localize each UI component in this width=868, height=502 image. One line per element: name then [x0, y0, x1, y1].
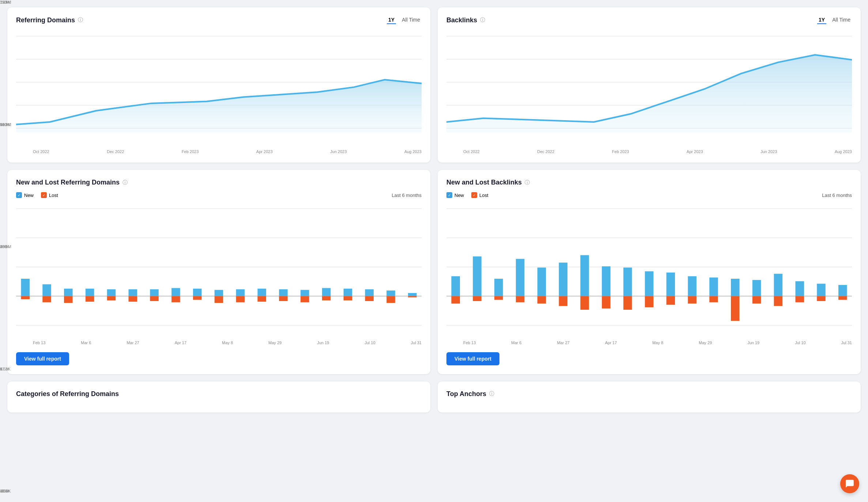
bl-legend-lost-label: Lost [479, 193, 488, 198]
svg-rect-65 [473, 296, 482, 301]
svg-rect-89 [731, 296, 740, 321]
legend-lost-label: Lost [49, 193, 58, 198]
backlinks-toggle-all[interactable]: All Time [831, 16, 852, 24]
svg-rect-75 [580, 296, 589, 310]
legend-new: ✓ New [16, 192, 34, 198]
svg-rect-55 [408, 296, 417, 297]
svg-rect-96 [817, 284, 826, 296]
referring-domains-info-icon: ⓘ [78, 17, 83, 23]
svg-rect-40 [257, 289, 266, 296]
svg-rect-82 [667, 273, 675, 296]
backlinks-toggle-1y[interactable]: 1Y [817, 16, 826, 24]
svg-rect-74 [580, 255, 589, 296]
new-lost-domains-bar-chart [16, 202, 422, 339]
bl-legend-lost: ✓ Lost [471, 192, 488, 198]
svg-rect-42 [279, 289, 288, 296]
new-lost-backlinks-bar-chart [446, 202, 852, 339]
categories-header: Categories of Referring Domains [16, 390, 422, 398]
svg-rect-34 [193, 289, 202, 296]
svg-rect-64 [473, 256, 482, 296]
svg-rect-44 [301, 290, 309, 296]
svg-rect-33 [171, 296, 180, 303]
legend-lost: ✓ Lost [41, 192, 58, 198]
backlinks-chart [446, 30, 852, 148]
svg-rect-98 [838, 285, 847, 296]
new-lost-backlinks-x-labels: Feb 13 Mar 6 Mar 27 Apr 17 May 8 May 29 … [446, 341, 852, 345]
svg-rect-80 [645, 271, 654, 296]
new-lost-backlinks-header: New and Lost Backlinks ⓘ [446, 179, 852, 186]
referring-domains-toggle-1y[interactable]: 1Y [387, 16, 396, 24]
svg-rect-83 [667, 296, 675, 305]
svg-rect-43 [279, 296, 288, 301]
referring-domains-chart [16, 30, 422, 148]
svg-rect-79 [623, 296, 632, 310]
svg-rect-49 [344, 296, 352, 301]
top-anchors-info-icon: ⓘ [489, 391, 494, 397]
svg-rect-20 [42, 284, 51, 296]
svg-rect-77 [602, 296, 611, 309]
svg-rect-94 [795, 281, 804, 296]
svg-rect-72 [559, 263, 567, 296]
svg-rect-46 [322, 288, 331, 296]
svg-rect-47 [322, 296, 331, 301]
new-lost-backlinks-period: Last 6 months [822, 193, 852, 198]
new-lost-backlinks-legend: ✓ New ✓ Lost Last 6 months [446, 192, 852, 198]
svg-rect-86 [709, 278, 718, 296]
backlinks-time-toggles: 1Y All Time [817, 16, 852, 24]
new-lost-domains-info-icon: ⓘ [122, 179, 128, 186]
svg-rect-97 [817, 296, 826, 301]
svg-rect-63 [451, 296, 460, 304]
referring-domains-x-labels: Oct 2022 Dec 2022 Feb 2023 Apr 2023 Jun … [16, 149, 422, 154]
backlinks-card: Backlinks ⓘ 1Y All Time 12.4M 11.4M 10.5… [438, 7, 861, 163]
svg-rect-92 [774, 274, 783, 296]
referring-domains-title: Referring Domains [16, 16, 75, 24]
top-anchors-header: Top Anchors ⓘ [446, 390, 852, 398]
new-lost-backlinks-card: New and Lost Backlinks ⓘ ✓ New ✓ Lost La… [438, 170, 861, 374]
bl-legend-new-check: ✓ [446, 192, 452, 198]
bl-legend-new: ✓ New [446, 192, 464, 198]
new-lost-domains-header: New and Lost Referring Domains ⓘ [16, 179, 422, 186]
svg-rect-25 [86, 296, 94, 302]
svg-rect-27 [107, 296, 116, 301]
svg-rect-99 [838, 296, 847, 300]
view-full-report-domains-button[interactable]: View full report [16, 352, 69, 365]
svg-rect-48 [344, 289, 352, 296]
svg-rect-78 [623, 268, 632, 296]
svg-rect-35 [193, 296, 202, 300]
svg-rect-39 [236, 296, 245, 303]
svg-rect-76 [602, 266, 611, 296]
new-lost-domains-legend: ✓ New ✓ Lost Last 6 months [16, 192, 422, 198]
backlinks-title: Backlinks [446, 16, 477, 24]
svg-rect-85 [688, 296, 697, 304]
svg-rect-36 [215, 290, 223, 296]
backlinks-info-icon: ⓘ [480, 17, 485, 23]
svg-rect-21 [42, 296, 51, 303]
svg-rect-68 [516, 259, 525, 296]
top-anchors-card: Top Anchors ⓘ [438, 381, 861, 412]
svg-rect-26 [107, 289, 116, 296]
svg-rect-62 [451, 276, 460, 296]
new-lost-domains-title: New and Lost Referring Domains [16, 179, 120, 186]
svg-rect-29 [128, 296, 137, 302]
legend-new-label: New [24, 193, 34, 198]
new-lost-backlinks-title: New and Lost Backlinks [446, 179, 522, 186]
svg-rect-22 [64, 289, 73, 296]
new-lost-domains-period: Last 6 months [392, 193, 422, 198]
bl-legend-new-label: New [454, 193, 464, 198]
bl-legend-lost-check: ✓ [471, 192, 477, 198]
new-lost-domains-x-labels: Feb 13 Mar 6 Mar 27 Apr 17 May 8 May 29 … [16, 341, 422, 345]
svg-rect-19 [21, 296, 30, 299]
svg-rect-88 [731, 279, 740, 296]
svg-marker-11 [446, 55, 852, 133]
svg-rect-38 [236, 289, 245, 296]
svg-rect-18 [21, 279, 30, 296]
svg-rect-23 [64, 296, 73, 303]
legend-new-check: ✓ [16, 192, 22, 198]
referring-domains-header: Referring Domains ⓘ 1Y All Time [16, 16, 422, 24]
new-lost-backlinks-y-labels: 1.2M 800K 400K 0 -400K [0, 0, 17, 420]
svg-rect-84 [688, 276, 697, 296]
svg-rect-81 [645, 296, 654, 308]
referring-domains-toggle-all[interactable]: All Time [400, 16, 422, 24]
view-full-report-backlinks-button[interactable]: View full report [446, 352, 499, 365]
svg-rect-50 [365, 289, 374, 296]
